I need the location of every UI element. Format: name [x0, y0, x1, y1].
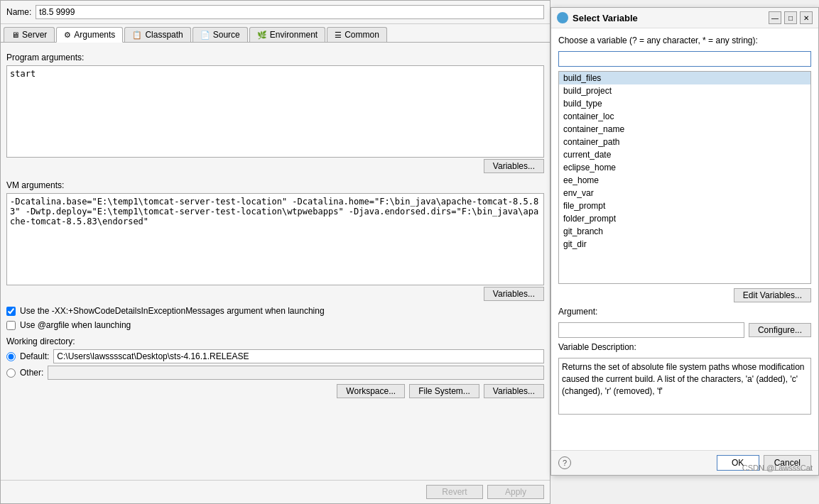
argument-row: Configure...	[558, 322, 811, 338]
arguments-tab-icon: ⚙	[64, 31, 71, 40]
var-item-build-type[interactable]: build_type	[559, 97, 810, 110]
show-code-details-label: Use the -XX:+ShowCodeDetailsInExceptionM…	[20, 306, 325, 316]
other-radio[interactable]	[6, 368, 16, 378]
dialog-body: Choose a variable (? = any character, * …	[551, 28, 818, 450]
other-dir-input[interactable]	[48, 366, 544, 380]
tab-source[interactable]: 📄 Source	[192, 27, 248, 42]
show-code-details-checkbox[interactable]	[6, 307, 16, 316]
bottom-buttons-row: Revert Apply	[1, 480, 550, 503]
default-radio-row: Default:	[6, 349, 544, 363]
use-argfile-label: Use @argfile when launching	[20, 320, 131, 330]
other-radio-row: Other:	[6, 366, 544, 380]
dialog-subtitle: Choose a variable (? = any character, * …	[558, 35, 811, 45]
configure-button[interactable]: Configure...	[749, 323, 811, 337]
help-icon[interactable]: ?	[558, 456, 571, 469]
show-code-details-row: Use the -XX:+ShowCodeDetailsInExceptionM…	[6, 306, 544, 316]
variable-search-input[interactable]	[558, 51, 811, 67]
var-item-container-path[interactable]: container_path	[559, 136, 810, 148]
working-dir-variables-button[interactable]: Variables...	[484, 384, 544, 398]
dialog-title-text: Select Variable	[573, 13, 638, 23]
dialog-maximize-button[interactable]: □	[784, 11, 797, 24]
argument-label: Argument:	[558, 307, 811, 317]
tab-server[interactable]: 🖥 Server	[4, 27, 55, 42]
workspace-buttons-row: Workspace... File System... Variables...	[6, 384, 544, 398]
vm-args-textarea[interactable]	[6, 193, 544, 285]
tab-environment[interactable]: 🌿 Environment	[249, 27, 325, 42]
file-system-button[interactable]: File System...	[409, 384, 479, 398]
tab-common-label: Common	[345, 30, 379, 40]
working-directory-section: Working directory: Default: Other: Works…	[6, 336, 544, 398]
var-item-env-var[interactable]: env_var	[559, 187, 810, 199]
var-item-folder-prompt[interactable]: folder_prompt	[559, 212, 810, 225]
watermark: CSDN @LawsssCat	[742, 464, 813, 472]
program-args-label: Program arguments:	[6, 53, 544, 62]
tabs-row: 🖥 Server ⚙ Arguments 📋 Classpath 📄 Sourc…	[1, 24, 550, 43]
dialog-controls: — □ ✕	[769, 11, 813, 24]
other-radio-label: Other:	[20, 368, 43, 378]
arguments-panel-content: Program arguments: Variables... VM argum…	[1, 43, 550, 480]
name-input[interactable]	[36, 5, 544, 19]
default-radio-label: Default:	[20, 351, 49, 361]
program-vars-btn-row: Variables...	[6, 159, 544, 173]
var-item-build-files[interactable]: build_files	[559, 72, 810, 84]
tab-classpath[interactable]: 📋 Classpath	[124, 27, 190, 42]
var-item-ee-home[interactable]: ee_home	[559, 174, 810, 187]
program-variables-button[interactable]: Variables...	[484, 159, 544, 173]
var-item-build-project[interactable]: build_project	[559, 84, 810, 97]
working-dir-heading: Working directory:	[6, 336, 544, 346]
tab-environment-label: Environment	[270, 30, 318, 40]
variable-description-label: Variable Description:	[558, 342, 811, 352]
tab-source-label: Source	[213, 30, 240, 40]
dialog-close-button[interactable]: ✕	[800, 11, 813, 24]
var-item-file-prompt[interactable]: file_prompt	[559, 199, 810, 212]
dialog-title: Select Variable	[557, 12, 638, 23]
tab-server-label: Server	[22, 30, 47, 40]
dialog-minimize-button[interactable]: —	[769, 11, 781, 24]
tab-common[interactable]: ☰ Common	[327, 27, 387, 42]
var-item-git-branch[interactable]: git_branch	[559, 225, 810, 238]
edit-variables-btn-row: Edit Variables...	[558, 288, 811, 302]
tab-classpath-label: Classpath	[145, 30, 183, 40]
name-row: Name:	[1, 1, 550, 24]
apply-button[interactable]: Apply	[487, 485, 544, 499]
edit-variables-button[interactable]: Edit Variables...	[734, 288, 811, 302]
launch-config-panel: Name: 🖥 Server ⚙ Arguments 📋 Classpath 📄…	[0, 0, 550, 504]
common-tab-icon: ☰	[335, 31, 342, 40]
variable-list[interactable]: build_files build_project build_type con…	[558, 71, 811, 284]
name-label: Name:	[6, 7, 31, 17]
environment-tab-icon: 🌿	[257, 31, 267, 40]
use-argfile-row: Use @argfile when launching	[6, 320, 544, 330]
program-args-textarea[interactable]	[6, 65, 544, 158]
vm-variables-button[interactable]: Variables...	[484, 287, 544, 301]
var-item-current-date[interactable]: current_date	[559, 148, 810, 161]
var-item-git-dir[interactable]: git_dir	[559, 238, 810, 251]
dialog-title-bar: Select Variable — □ ✕	[551, 8, 818, 28]
var-item-container-loc[interactable]: container_loc	[559, 110, 810, 123]
var-item-eclipse-home[interactable]: eclipse_home	[559, 161, 810, 174]
use-argfile-checkbox[interactable]	[6, 321, 16, 330]
revert-button[interactable]: Revert	[426, 485, 483, 499]
var-item-container-name[interactable]: container_name	[559, 123, 810, 136]
source-tab-icon: 📄	[200, 31, 210, 40]
vm-vars-btn-row: Variables...	[6, 287, 544, 301]
select-variable-dialog: Select Variable — □ ✕ Choose a variable …	[550, 7, 819, 476]
variable-description-box: Returns the set of absolute file system …	[558, 358, 811, 415]
argument-input[interactable]	[558, 322, 744, 338]
default-dir-input[interactable]	[53, 349, 544, 363]
classpath-tab-icon: 📋	[132, 31, 142, 40]
dialog-title-icon	[557, 12, 568, 23]
server-tab-icon: 🖥	[11, 31, 19, 39]
workspace-button[interactable]: Workspace...	[337, 384, 405, 398]
default-radio[interactable]	[6, 352, 16, 361]
tab-arguments[interactable]: ⚙ Arguments	[56, 27, 123, 43]
tab-arguments-label: Arguments	[74, 30, 115, 40]
vm-args-label: VM arguments:	[6, 180, 544, 190]
